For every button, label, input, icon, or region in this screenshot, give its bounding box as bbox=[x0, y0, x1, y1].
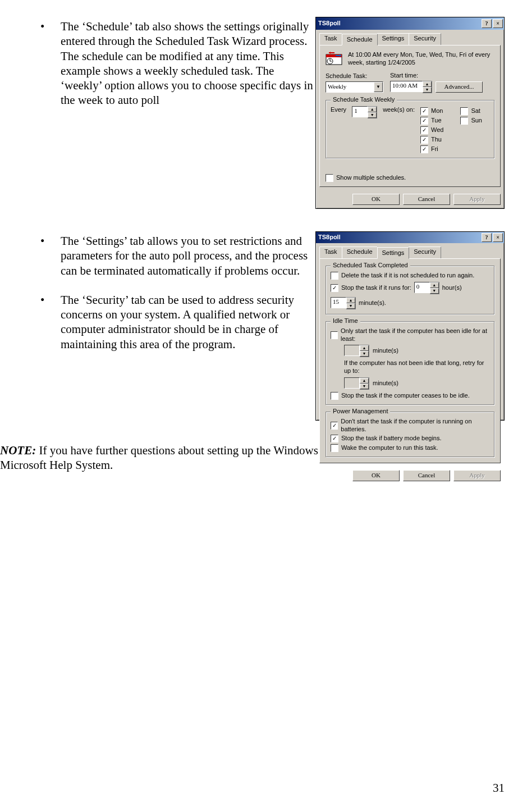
chk-tue[interactable]: ✓Tue bbox=[420, 117, 443, 125]
chk-pm-wake[interactable]: Wake the computer to run this task. bbox=[331, 444, 489, 452]
dialog-title: TS8poll bbox=[318, 234, 341, 241]
every-label: Every bbox=[331, 106, 346, 114]
apply-button[interactable]: Apply bbox=[453, 194, 501, 205]
tab-task[interactable]: Task bbox=[319, 247, 342, 258]
chk-idle-stop[interactable]: Stop the task if the computer ceases to … bbox=[331, 392, 489, 400]
advanced-button[interactable]: Advanced... bbox=[436, 81, 483, 93]
group-power: Power Management ✓Don't start the task i… bbox=[326, 412, 494, 458]
apply-button[interactable]: Apply bbox=[453, 470, 501, 481]
close-icon[interactable]: × bbox=[493, 233, 503, 242]
cancel-button[interactable]: Cancel bbox=[403, 194, 450, 205]
idle-minutes-2[interactable]: ▲▼ bbox=[344, 377, 369, 390]
weeks-on-label: week(s) on: bbox=[383, 106, 415, 114]
cancel-button[interactable]: Cancel bbox=[403, 470, 450, 481]
bullet-settings: The ‘Settings’ tab allows you to set res… bbox=[40, 234, 315, 278]
tab-settings[interactable]: Settings bbox=[377, 247, 410, 259]
help-icon[interactable]: ? bbox=[482, 233, 492, 242]
idle-retry-label: If the computer has not been idle that l… bbox=[344, 359, 489, 375]
tabstrip: Task Schedule Settings Security bbox=[316, 30, 504, 45]
bullet-security: The ‘Security’ tab can be used to addres… bbox=[40, 293, 315, 352]
tab-schedule[interactable]: Schedule bbox=[342, 34, 378, 45]
tab-task[interactable]: Task bbox=[319, 33, 342, 45]
start-time-input[interactable]: 10:00 AM ▲▼ bbox=[390, 81, 432, 93]
schedule-task-label: Schedule Task: bbox=[326, 72, 383, 80]
chevron-down-icon[interactable]: ▼ bbox=[374, 82, 383, 92]
tab-security[interactable]: Security bbox=[409, 33, 441, 45]
chk-wed[interactable]: ✓Wed bbox=[420, 126, 443, 134]
schedule-task-select[interactable]: Weekly ▼ bbox=[326, 81, 383, 93]
ok-button[interactable]: OK bbox=[352, 194, 400, 205]
chk-delete-task[interactable]: Delete the task if it is not scheduled t… bbox=[331, 272, 489, 280]
start-time-label: Start time: bbox=[390, 72, 483, 80]
schedule-summary: At 10:00 AM every Mon, Tue, Wed, Thu, Fr… bbox=[348, 51, 494, 67]
chk-fri[interactable]: ✓Fri bbox=[420, 145, 443, 153]
chk-pm-stop[interactable]: ✓Stop the task if battery mode begins. bbox=[331, 435, 489, 443]
every-input[interactable]: 1 ▲▼ bbox=[352, 106, 377, 118]
close-icon[interactable]: × bbox=[493, 19, 503, 28]
bullet-schedule: The ‘Schedule’ tab also shows the settin… bbox=[40, 19, 315, 108]
tab-security[interactable]: Security bbox=[409, 247, 441, 258]
dialog-schedule: TS8poll ? × Task Schedule Settings Secur… bbox=[315, 17, 505, 209]
dialog-settings: TS8poll ? × Task Schedule Settings Secur… bbox=[315, 231, 505, 421]
group-completed: Scheduled Task Completed Delete the task… bbox=[326, 266, 494, 314]
tab-settings[interactable]: Settings bbox=[377, 33, 410, 45]
note-label: NOTE: bbox=[0, 444, 36, 457]
dialog-title: TS8poll bbox=[318, 20, 341, 28]
chk-idle-start[interactable]: Only start the task if the computer has … bbox=[331, 327, 489, 343]
titlebar[interactable]: TS8poll ? × bbox=[316, 17, 504, 30]
group-weekly: Schedule Task Weekly Every 1 ▲▼ week(s) … bbox=[326, 100, 494, 158]
tab-schedule[interactable]: Schedule bbox=[342, 247, 378, 258]
help-icon[interactable]: ? bbox=[482, 19, 492, 28]
titlebar[interactable]: TS8poll ? × bbox=[316, 232, 504, 243]
chk-mon[interactable]: ✓Mon bbox=[420, 107, 443, 115]
schedule-icon bbox=[326, 51, 342, 66]
chk-stop-task[interactable]: ✓Stop the task if it runs for: 0▲▼ hour(… bbox=[331, 282, 489, 309]
chk-sun[interactable]: Sun bbox=[460, 117, 482, 125]
chk-sat[interactable]: Sat bbox=[460, 107, 482, 115]
chk-show-multiple[interactable]: Show multiple schedules. bbox=[326, 174, 406, 182]
chk-thu[interactable]: ✓Thu bbox=[420, 136, 443, 144]
chk-pm-batteries[interactable]: ✓Don't start the task if the computer is… bbox=[331, 418, 489, 434]
idle-minutes-1[interactable]: ▲▼ bbox=[344, 345, 369, 357]
group-idle: Idle Time Only start the task if the com… bbox=[326, 321, 494, 405]
ok-button[interactable]: OK bbox=[352, 470, 400, 481]
page-number: 31 bbox=[493, 781, 505, 795]
